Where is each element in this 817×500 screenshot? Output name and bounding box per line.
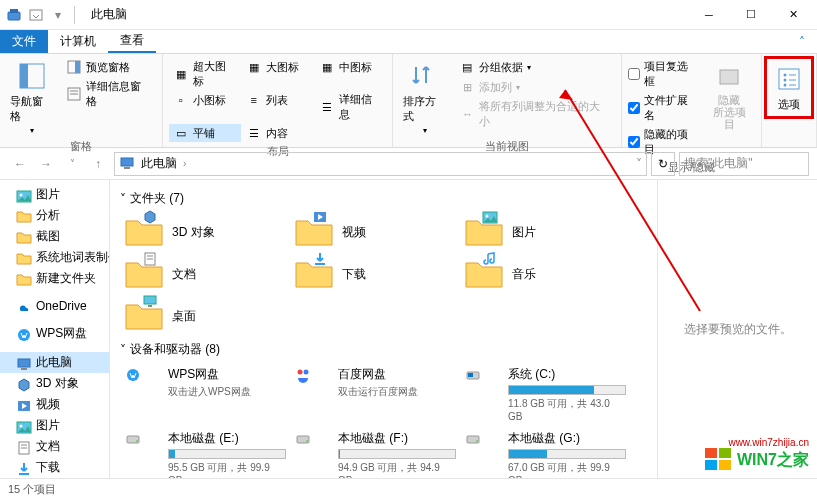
tree-item[interactable]: 分析	[0, 205, 109, 226]
sort-label: 排序方式	[403, 94, 447, 124]
details-pane-button[interactable]: 详细信息窗格	[62, 78, 156, 110]
content-icon: ☰	[246, 125, 262, 141]
tree-item[interactable]: 图片	[0, 184, 109, 205]
folder-item[interactable]: 3D 对象	[120, 211, 290, 253]
layout-xlarge[interactable]: ▦超大图标	[169, 58, 241, 90]
tree-item[interactable]: 图片	[0, 415, 109, 436]
forward-button[interactable]: →	[34, 152, 58, 176]
svg-rect-4	[20, 64, 28, 88]
tree-item[interactable]: 3D 对象	[0, 373, 109, 394]
recent-button[interactable]: ˅	[60, 152, 84, 176]
crumb-arrow-icon[interactable]: ›	[183, 158, 186, 169]
layout-tiles[interactable]: ▭平铺	[169, 124, 241, 142]
folder-name: 视频	[342, 224, 366, 241]
drives-section-header[interactable]: ˅ 设备和驱动器 (8)	[120, 337, 647, 362]
window-controls: ─ ☐ ✕	[689, 1, 813, 29]
pictures-folder-icon	[464, 215, 504, 249]
drive-item[interactable]: 系统 (C:) 11.8 GB 可用，共 43.0 GB	[460, 362, 630, 426]
app-icon	[4, 5, 24, 25]
tree-item-label: OneDrive	[36, 299, 87, 313]
file-ext-toggle[interactable]: 文件扩展名	[628, 92, 699, 124]
tab-file[interactable]: 文件	[0, 30, 48, 53]
music-folder-icon	[464, 257, 504, 291]
drive-item[interactable]: 本地磁盘 (G:) 67.0 GB 可用，共 99.9 GB	[460, 426, 630, 478]
hide-selected-button[interactable]: 隐藏 所选项目	[703, 58, 755, 132]
layout-list[interactable]: ≡列表	[242, 91, 314, 109]
tree-item[interactable]: 系统地词表制作思路	[0, 247, 109, 268]
folder-icon	[16, 251, 32, 265]
folder-item[interactable]: 桌面	[120, 295, 290, 337]
maximize-button[interactable]: ☐	[731, 1, 771, 29]
breadcrumb[interactable]: 此电脑	[141, 155, 177, 172]
tree-item[interactable]: WPS网盘	[0, 323, 109, 344]
group-button[interactable]: ▤分组依据▾	[455, 58, 615, 76]
minimize-button[interactable]: ─	[689, 1, 729, 29]
qat-dropdown-icon[interactable]	[26, 5, 46, 25]
sort-button[interactable]: 排序方式 ▾	[399, 58, 451, 137]
back-button[interactable]: ←	[8, 152, 32, 176]
close-button[interactable]: ✕	[773, 1, 813, 29]
refresh-button[interactable]: ↻	[651, 152, 675, 176]
tab-view[interactable]: 查看	[108, 30, 156, 53]
videos-folder-icon	[294, 215, 334, 249]
drive-item[interactable]: 本地磁盘 (E:) 95.5 GB 可用，共 99.9 GB	[120, 426, 290, 478]
options-label: 选项	[778, 97, 800, 112]
tree-item-label: 文档	[36, 438, 60, 455]
drives-header-label: 设备和驱动器 (8)	[130, 341, 220, 358]
options-button[interactable]: 选项	[769, 61, 809, 114]
nav-pane-button[interactable]: 导航窗格 ▾	[6, 58, 58, 137]
cloud-drive-item[interactable]: 百度网盘 双击运行百度网盘	[290, 362, 460, 426]
add-col-button[interactable]: ⊞添加列▾	[455, 78, 615, 96]
folder-item[interactable]: 下载	[290, 253, 460, 295]
tree-item-label: 截图	[36, 228, 60, 245]
tree-item-label: 分析	[36, 207, 60, 224]
nav-pane-icon	[16, 60, 48, 92]
layout-details[interactable]: ☰详细信息	[315, 91, 387, 123]
tree-item[interactable]: 文档	[0, 436, 109, 457]
svg-rect-11	[779, 69, 799, 89]
nav-tree[interactable]: 图片 分析 截图 系统地词表制作思路 新建文件夹 OneDrive WPS网盘 …	[0, 180, 110, 478]
up-button[interactable]: ↑	[86, 152, 110, 176]
folder-item[interactable]: 音乐	[460, 253, 630, 295]
pictures-icon	[16, 188, 32, 202]
folder-icon	[16, 272, 32, 286]
svg-rect-23	[18, 359, 30, 367]
svg-point-61	[306, 440, 308, 442]
layout-large[interactable]: ▦大图标	[242, 58, 314, 76]
tree-item[interactable]: 新建文件夹	[0, 268, 109, 289]
navigation-bar: ← → ˅ ↑ 此电脑 › ˅ ↻ 搜索"此电脑"	[0, 148, 817, 180]
svg-point-54	[298, 370, 303, 375]
tree-item[interactable]: 此电脑	[0, 352, 109, 373]
content-pane[interactable]: ˅ 文件夹 (7) 3D 对象 视频 图片 文档 下载 音乐 桌面	[110, 180, 657, 478]
preview-pane-button[interactable]: 预览窗格	[62, 58, 156, 76]
addr-dropdown-icon[interactable]: ˅	[636, 157, 642, 171]
search-box[interactable]: 搜索"此电脑"	[679, 152, 809, 176]
address-bar[interactable]: 此电脑 › ˅	[114, 152, 647, 176]
folder-item[interactable]: 图片	[460, 211, 630, 253]
svg-rect-10	[720, 70, 738, 84]
drive-item[interactable]: 本地磁盘 (F:) 94.9 GB 可用，共 94.9 GB	[290, 426, 460, 478]
titlebar: ▾ 此电脑 ─ ☐ ✕	[0, 0, 817, 30]
folder-item[interactable]: 视频	[290, 211, 460, 253]
folder-item[interactable]: 文档	[120, 253, 290, 295]
addcol-icon: ⊞	[459, 79, 475, 95]
tree-item-label: 下载	[36, 459, 60, 476]
item-checkboxes-toggle[interactable]: 项目复选框	[628, 58, 699, 90]
layout-content[interactable]: ☰内容	[242, 124, 314, 142]
cloud-drive-item[interactable]: WPS网盘 双击进入WPS网盘	[120, 362, 290, 426]
layout-small[interactable]: ▫小图标	[169, 91, 241, 109]
drive-free-text: 11.8 GB 可用，共 43.0 GB	[508, 397, 626, 422]
pc-icon	[16, 356, 32, 370]
layout-medium[interactable]: ▦中图标	[315, 58, 387, 76]
tree-item[interactable]: OneDrive	[0, 297, 109, 315]
folders-section-header[interactable]: ˅ 文件夹 (7)	[120, 186, 647, 211]
tree-item[interactable]: 下载	[0, 457, 109, 478]
tab-computer[interactable]: 计算机	[48, 30, 108, 53]
medium-icon: ▦	[319, 59, 335, 75]
ribbon-collapse-icon[interactable]: ˄	[787, 30, 817, 53]
tree-item[interactable]: 截图	[0, 226, 109, 247]
svg-rect-19	[124, 167, 130, 169]
size-cols-button[interactable]: ↔将所有列调整为合适的大小	[455, 98, 615, 130]
tree-item[interactable]: 视频	[0, 394, 109, 415]
details-icon: ☰	[319, 99, 335, 115]
